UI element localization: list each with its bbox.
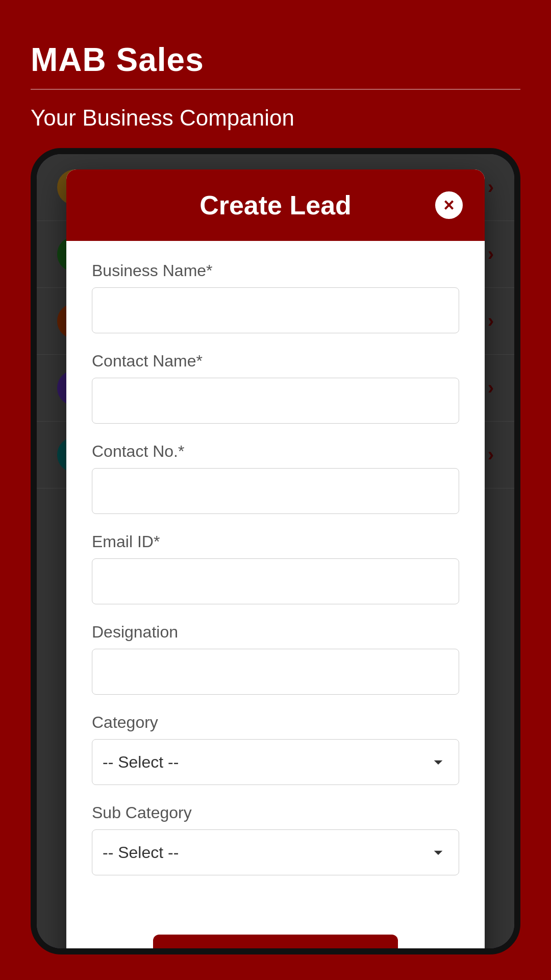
close-button[interactable]: × bbox=[434, 190, 464, 220]
close-icon: × bbox=[443, 196, 454, 214]
modal-body: Business Name* Contact Name* Contact No.… bbox=[66, 241, 485, 919]
contact-no-label: Contact No.* bbox=[92, 442, 459, 461]
email-id-input[interactable] bbox=[92, 558, 459, 604]
contact-no-group: Contact No.* bbox=[92, 442, 459, 514]
submit-button[interactable]: Submit bbox=[153, 935, 398, 954]
business-name-label: Business Name* bbox=[92, 261, 459, 280]
business-name-group: Business Name* bbox=[92, 261, 459, 333]
submit-section: Submit bbox=[66, 919, 485, 954]
contact-name-label: Contact Name* bbox=[92, 352, 459, 371]
app-header: MAB Sales Your Business Companion bbox=[0, 0, 551, 146]
contact-name-input[interactable] bbox=[92, 378, 459, 424]
modal-header: Create Lead × bbox=[66, 169, 485, 241]
header-divider bbox=[31, 89, 520, 90]
phone-frame: M... › I... › R... › A... › T... › bbox=[31, 148, 520, 954]
category-group: Category -- Select -- bbox=[92, 713, 459, 785]
modal-title: Create Lead bbox=[199, 190, 352, 220]
designation-label: Designation bbox=[92, 623, 459, 642]
email-id-label: Email ID* bbox=[92, 532, 459, 551]
modal-overlay: Create Lead × Business Name* Contact Nam… bbox=[37, 154, 514, 948]
business-name-input[interactable] bbox=[92, 287, 459, 333]
category-select[interactable]: -- Select -- bbox=[92, 739, 459, 785]
category-label: Category bbox=[92, 713, 459, 732]
app-title: MAB Sales bbox=[31, 41, 520, 79]
app-subtitle: Your Business Companion bbox=[31, 105, 520, 131]
sub-category-label: Sub Category bbox=[92, 803, 459, 822]
contact-no-input[interactable] bbox=[92, 468, 459, 514]
sub-category-group: Sub Category -- Select -- bbox=[92, 803, 459, 875]
contact-name-group: Contact Name* bbox=[92, 352, 459, 424]
designation-input[interactable] bbox=[92, 649, 459, 695]
sub-category-select[interactable]: -- Select -- bbox=[92, 829, 459, 875]
create-lead-modal: Create Lead × Business Name* Contact Nam… bbox=[66, 169, 485, 954]
email-id-group: Email ID* bbox=[92, 532, 459, 604]
designation-group: Designation bbox=[92, 623, 459, 695]
